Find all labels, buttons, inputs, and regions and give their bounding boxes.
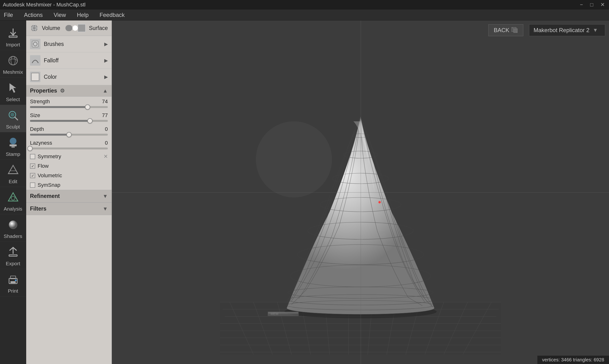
tool-sculpt[interactable]: Sculpt — [0, 105, 26, 132]
symmetry-x-icon[interactable]: ✕ — [104, 154, 108, 160]
title-bar: Autodesk Meshmixer - MushCap.stl − □ ✕ — [0, 0, 609, 10]
svg-point-68 — [378, 201, 381, 203]
window-title: Autodesk Meshmixer - MushCap.stl — [3, 2, 579, 8]
flow-checkbox[interactable] — [30, 163, 35, 169]
svg-line-7 — [15, 117, 18, 120]
mode-toggle-switch[interactable] — [66, 25, 72, 31]
svg-marker-11 — [8, 165, 18, 174]
window-controls[interactable]: − □ ✕ — [579, 2, 606, 8]
depth-row: Depth 0 — [26, 124, 112, 133]
flow-row: Flow — [26, 161, 112, 171]
svg-point-17 — [9, 221, 17, 229]
brushes-label: Brushes — [44, 41, 104, 47]
mode-volume-icon — [30, 24, 39, 32]
strength-slider-container[interactable] — [26, 105, 112, 110]
menu-bar: File Actions View Help Feedback — [0, 10, 609, 20]
symsnap-checkbox[interactable] — [30, 182, 35, 188]
svg-point-23 — [15, 280, 16, 281]
symmetry-checkbox[interactable] — [30, 154, 35, 159]
lazyness-value: 0 — [96, 140, 108, 146]
size-value: 77 — [96, 112, 108, 118]
lazyness-slider-container[interactable] — [26, 146, 112, 152]
lazyness-slider-thumb[interactable] — [27, 146, 33, 151]
tool-stamp[interactable]: Stamp — [0, 132, 26, 160]
mode-toggle: Volume Surface — [26, 20, 112, 36]
stamp-icon — [6, 136, 20, 150]
menu-feedback[interactable]: Feedback — [98, 11, 126, 19]
size-label: Size — [30, 112, 96, 118]
depth-slider-thumb[interactable] — [66, 132, 72, 137]
svg-point-8 — [10, 138, 16, 144]
tool-import[interactable]: Import — [0, 23, 26, 50]
depth-slider-container[interactable] — [26, 133, 112, 138]
brushes-row[interactable]: Brushes ▶ — [26, 36, 112, 52]
color-section: Color ▶ — [26, 69, 112, 85]
tool-edit[interactable]: Edit — [0, 160, 26, 187]
maximize-button[interactable]: □ — [589, 2, 595, 8]
tool-select[interactable]: Select — [0, 78, 26, 105]
svg-text:MEM: MEM — [271, 312, 278, 316]
svg-point-3 — [11, 56, 15, 65]
falloff-section: Falloff ▶ — [26, 52, 112, 69]
volumetric-row: Volumetric — [26, 171, 112, 180]
size-slider-track[interactable] — [30, 120, 108, 122]
svg-point-16 — [11, 196, 15, 200]
brushes-section: Brushes ▶ — [26, 36, 112, 52]
tool-edit-label: Edit — [9, 179, 17, 184]
menu-actions[interactable]: Actions — [22, 11, 45, 19]
lazyness-slider-track[interactable] — [30, 147, 108, 149]
strength-slider-track[interactable] — [30, 106, 108, 108]
panel: Volume Surface Brushes ▶ — [26, 20, 112, 364]
strength-slider-thumb[interactable] — [85, 104, 90, 110]
filters-header[interactable]: Filters ▼ — [26, 202, 112, 215]
volumetric-checkbox[interactable] — [30, 173, 35, 178]
viewport[interactable]: Makerbot Replicator 2 ▼ BACK — [112, 20, 609, 364]
svg-line-12 — [8, 165, 13, 174]
minimize-button[interactable]: − — [579, 2, 584, 8]
svg-rect-19 — [9, 255, 17, 256]
menu-help[interactable]: Help — [75, 11, 91, 19]
svg-point-24 — [31, 25, 38, 31]
depth-value: 0 — [96, 126, 108, 132]
svg-rect-27 — [32, 41, 38, 47]
depth-slider-track[interactable] — [30, 134, 108, 136]
status-text: vertices: 3466 triangles: 6928 — [542, 357, 604, 362]
depth-label: Depth — [30, 126, 96, 132]
refinement-header[interactable]: Refinement ▼ — [26, 190, 112, 202]
falloff-label: Falloff — [44, 57, 104, 64]
tool-print[interactable]: Print — [0, 269, 26, 297]
mode-surface-icon — [78, 24, 86, 32]
svg-line-13 — [13, 165, 18, 174]
symsnap-label: SymSnap — [38, 182, 60, 188]
tool-import-label: Import — [6, 42, 20, 48]
falloff-arrow-icon: ▶ — [104, 58, 108, 63]
print-icon — [6, 273, 20, 287]
tool-shaders[interactable]: Shaders — [0, 214, 26, 242]
color-label: Color — [44, 74, 104, 80]
falloff-icon — [30, 55, 40, 66]
menu-view[interactable]: View — [52, 11, 68, 19]
left-sidebar: Import Meshmix Select — [0, 20, 26, 364]
falloff-row[interactable]: Falloff ▶ — [26, 52, 112, 68]
refinement-label: Refinement — [30, 193, 103, 199]
color-row[interactable]: Color ▶ — [26, 69, 112, 85]
tool-export[interactable]: Export — [0, 242, 26, 269]
close-button[interactable]: ✕ — [599, 2, 606, 8]
tool-sculpt-label: Sculpt — [6, 124, 20, 130]
collapse-icon[interactable]: ▲ — [103, 88, 108, 94]
analysis-icon — [6, 190, 20, 205]
tool-analysis[interactable]: Analysis — [0, 187, 26, 214]
tool-meshmix[interactable]: Meshmix — [0, 50, 26, 78]
svg-rect-9 — [10, 144, 17, 146]
size-slider-fill — [30, 120, 90, 122]
gear-icon[interactable]: ⚙ — [60, 88, 65, 94]
shaders-icon — [6, 218, 20, 232]
menu-file[interactable]: File — [2, 11, 15, 19]
size-slider-container[interactable] — [26, 119, 112, 124]
symsnap-row: SymSnap — [26, 180, 112, 190]
svg-rect-22 — [11, 281, 16, 283]
tool-export-label: Export — [6, 261, 20, 266]
lazyness-row: Lazyness 0 — [26, 138, 112, 146]
size-slider-thumb[interactable] — [87, 118, 93, 123]
export-icon — [6, 245, 20, 259]
